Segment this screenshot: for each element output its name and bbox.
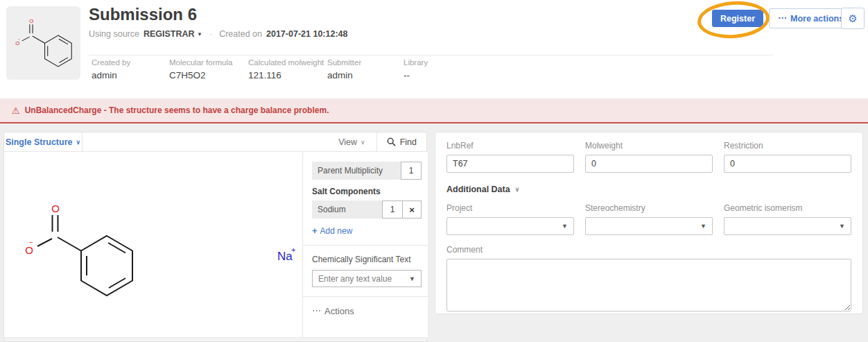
more-actions-button[interactable]: ⋯ More actions — [769, 8, 853, 28]
meta-calculated-molweight: Calculated molweight 121.116 — [248, 58, 324, 80]
actions-menu[interactable]: ⋯ Actions — [312, 306, 422, 316]
structure-thumbnail — [6, 6, 80, 80]
add-new-label: Add new — [320, 226, 353, 236]
comment-textarea[interactable] — [446, 259, 851, 311]
plus-icon: + — [312, 225, 318, 236]
cst-label: Chemically Significant Text — [312, 255, 422, 264]
ellipsis-icon: ⋯ — [778, 12, 786, 23]
field-molweight: Molweight — [585, 141, 713, 173]
caret-down-icon: ▼ — [409, 275, 415, 282]
register-button[interactable]: Register — [712, 10, 763, 27]
field-label: Stereochemistry — [585, 203, 713, 213]
meta-value: -- — [403, 70, 428, 80]
meta-value: C7H5O2 — [169, 70, 232, 80]
meta-molecular-formula: Molecular formula C7H5O2 — [169, 58, 232, 80]
header-divider — [89, 55, 773, 55]
structure-canvas[interactable]: Na + — [4, 152, 302, 337]
comment-label: Comment — [446, 245, 851, 255]
cst-placeholder: Enter any text value — [318, 274, 409, 284]
lnbref-input[interactable] — [446, 155, 574, 173]
canvas-bottom-strip — [4, 337, 426, 341]
meta-label: Submitter — [327, 58, 361, 67]
warning-icon: ⚠ — [12, 105, 20, 116]
submission-subline: Using source REGISTRAR ▼ · Created on 20… — [89, 29, 347, 39]
using-source-label: Using source — [89, 29, 139, 39]
field-geometric-isomerism: Geometric isomerism ▼ — [724, 203, 851, 235]
sodium-cation-label: Na — [277, 250, 293, 263]
field-project: Project ▼ — [446, 203, 574, 235]
components-divider — [303, 296, 428, 297]
field-label: Molweight — [585, 141, 713, 151]
sodium-charge-label: + — [291, 246, 295, 254]
details-form-card: LnbRef Molweight Restriction Additional … — [435, 132, 863, 314]
components-divider — [303, 245, 428, 246]
source-dropdown[interactable]: REGISTRAR ▼ — [144, 29, 202, 39]
view-dropdown[interactable]: View ∨ — [327, 132, 376, 151]
field-label: Restriction — [724, 141, 851, 151]
structure-toolbar: Single Structure ∨ View ∨ Find — [4, 132, 426, 152]
meta-label: Library — [403, 58, 428, 67]
field-stereochemistry: Stereochemistry ▼ — [585, 203, 713, 235]
components-panel: Parent Multiplicity Salt Components Sodi… — [302, 152, 428, 337]
cst-dropdown[interactable]: Enter any text value ▼ — [312, 270, 422, 287]
structure-drawing: Na + — [11, 182, 302, 342]
restriction-input[interactable] — [724, 155, 851, 173]
close-icon: × — [409, 205, 415, 215]
chevron-down-icon: ∨ — [361, 139, 365, 146]
meta-submitter: Submitter admin — [327, 58, 361, 80]
salt-name-label: Sodium — [312, 200, 382, 219]
field-lnbref: LnbRef — [446, 141, 574, 173]
remove-salt-button[interactable]: × — [403, 200, 422, 219]
field-label: Project — [446, 203, 574, 213]
meta-created-by: Created by admin — [92, 58, 130, 80]
project-dropdown[interactable]: ▼ — [446, 217, 574, 235]
field-restriction: Restriction — [724, 141, 851, 173]
geometric-isomerism-dropdown[interactable]: ▼ — [724, 217, 851, 235]
single-structure-label: Single Structure — [6, 137, 73, 147]
molweight-input[interactable] — [585, 155, 713, 173]
meta-value: 121.116 — [248, 70, 324, 80]
parent-multiplicity-label: Parent Multiplicity — [312, 162, 401, 180]
salt-count-input[interactable] — [382, 200, 403, 219]
more-actions-label: More actions — [790, 14, 844, 24]
meta-value: admin — [92, 70, 130, 80]
additional-data-label: Additional Data — [446, 185, 510, 194]
field-label: LnbRef — [446, 141, 574, 151]
created-on-value: 2017-07-21 10:12:48 — [266, 29, 347, 39]
structure-thumbnail-drawing — [11, 11, 76, 75]
caret-down-icon: ▼ — [562, 223, 568, 230]
structure-card: Single Structure ∨ View ∨ Find Na + Pare… — [3, 132, 427, 342]
meta-label: Molecular formula — [169, 58, 232, 67]
source-value: REGISTRAR — [144, 29, 195, 39]
meta-library: Library -- — [403, 58, 428, 80]
caret-down-icon: ▼ — [839, 223, 845, 230]
toolbar-spacer — [83, 132, 327, 151]
meta-value: admin — [327, 70, 361, 80]
salt-components-heading: Salt Components — [312, 187, 422, 196]
chevron-down-icon: ∨ — [76, 139, 80, 146]
stereochemistry-dropdown[interactable]: ▼ — [585, 217, 713, 235]
warning-banner: ⚠ UnBalancedCharge - The structure seems… — [0, 99, 868, 123]
parent-multiplicity-input[interactable] — [401, 162, 422, 180]
dot-separator: · — [207, 29, 215, 39]
caret-down-icon: ▼ — [197, 31, 202, 37]
gear-icon: ⚙ — [848, 12, 857, 25]
salt-component-row: Sodium × — [312, 200, 422, 219]
meta-label: Created by — [92, 58, 130, 67]
find-label: Find — [400, 137, 417, 147]
add-new-link[interactable]: + Add new — [312, 225, 422, 236]
caret-down-icon: ▼ — [700, 223, 706, 230]
page-header: Submission 6 Using source REGISTRAR ▼ · … — [0, 0, 868, 99]
ellipsis-icon: ⋯ — [312, 305, 320, 316]
warning-message: UnBalancedCharge - The structure seems t… — [25, 105, 329, 115]
settings-button[interactable]: ⚙ — [841, 8, 865, 29]
meta-label: Calculated molweight — [248, 58, 324, 67]
view-label: View — [338, 137, 357, 147]
search-icon — [387, 137, 396, 146]
single-structure-dropdown[interactable]: Single Structure ∨ — [4, 132, 83, 151]
actions-label: Actions — [324, 306, 354, 316]
field-label: Geometric isomerism — [724, 203, 851, 213]
find-button[interactable]: Find — [377, 132, 426, 151]
parent-multiplicity-row: Parent Multiplicity — [312, 162, 422, 180]
additional-data-toggle[interactable]: Additional Data ∨ — [446, 185, 851, 194]
